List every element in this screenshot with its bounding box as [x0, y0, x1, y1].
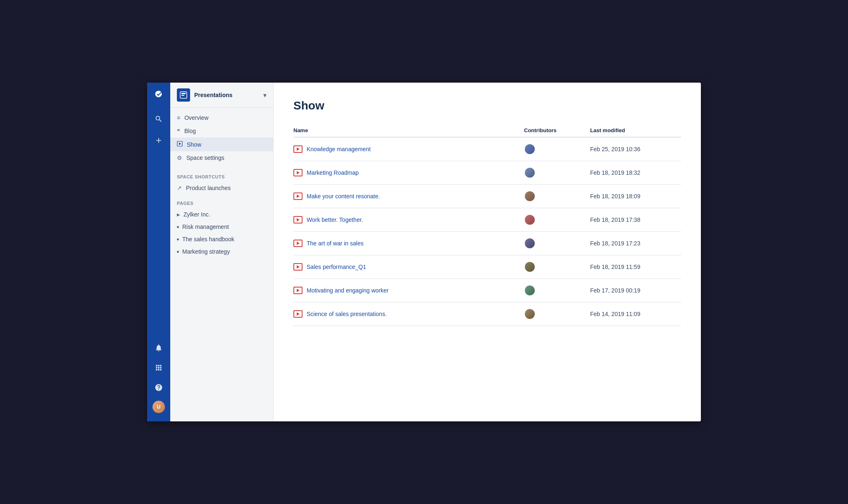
table-row[interactable]: Motivating and engaging worker Feb 17, 2… — [293, 279, 681, 302]
shortcuts-label: SPACE SHORTCUTS — [170, 168, 273, 182]
contributor-avatar — [524, 143, 536, 155]
cell-date: Feb 18, 2019 11:59 — [590, 264, 681, 270]
cell-name: Marketing Roadmap — [293, 169, 524, 176]
table-body: Knowledge management Feb 25, 2019 10:36 … — [293, 138, 681, 326]
presentation-icon — [293, 287, 303, 294]
item-name-link[interactable]: Motivating and engaging worker — [307, 287, 388, 294]
cell-name: Make your content resonate. — [293, 193, 524, 200]
sidebar-item-blog[interactable]: ❝ Blog — [170, 124, 273, 138]
cell-date: Feb 18, 2019 17:23 — [590, 240, 681, 247]
cell-contributors — [524, 214, 590, 226]
item-name-link[interactable]: Work better. Together. — [307, 216, 363, 223]
apps-icon[interactable] — [152, 361, 165, 374]
shortcut-label: Product launches — [186, 185, 231, 191]
page-label: Risk management — [182, 223, 229, 230]
cell-date: Feb 18, 2019 18:09 — [590, 193, 681, 200]
sidebar-item-label: Overview — [184, 114, 208, 121]
pages-item-sales-handbook[interactable]: The sales handbook — [170, 233, 273, 245]
cell-date: Feb 14, 2019 11:09 — [590, 311, 681, 317]
item-name-link[interactable]: Make your content resonate. — [307, 193, 380, 200]
space-icon — [177, 88, 190, 102]
global-nav-top — [152, 88, 165, 341]
contributor-avatar — [524, 238, 536, 249]
item-name-link[interactable]: Knowledge management — [307, 146, 371, 152]
dot-icon — [177, 251, 179, 253]
table-row[interactable]: Knowledge management Feb 25, 2019 10:36 — [293, 138, 681, 161]
settings-icon: ⚙ — [177, 155, 182, 161]
avatar[interactable]: U — [152, 401, 165, 413]
chevron-down-icon[interactable]: ▾ — [263, 91, 267, 99]
cell-contributors — [524, 238, 590, 249]
play-icon — [297, 195, 300, 198]
sidebar-item-label: Show — [187, 141, 201, 148]
create-icon[interactable] — [152, 134, 165, 147]
page-title: Show — [293, 99, 681, 112]
contributor-avatar — [524, 285, 536, 296]
sidebar-nav: ≡ Overview ❝ Blog Show ⚙ — [170, 108, 273, 168]
search-icon[interactable] — [152, 112, 165, 126]
table-header: Name Contributors Last modified — [293, 124, 681, 138]
cell-contributors — [524, 308, 590, 320]
pages-item-risk[interactable]: Risk management — [170, 221, 273, 233]
cell-name: Science of sales presentations. — [293, 310, 524, 318]
cell-name: The art of war in sales — [293, 240, 524, 247]
table-row[interactable]: Work better. Together. Feb 18, 2019 17:3… — [293, 208, 681, 232]
sidebar: Presentations ▾ ≡ Overview ❝ Blog — [170, 83, 274, 421]
global-nav-bottom: U — [152, 341, 165, 416]
table-row[interactable]: The art of war in sales Feb 18, 2019 17:… — [293, 232, 681, 255]
play-icon — [297, 242, 300, 245]
col-date-header: Last modified — [590, 127, 681, 133]
item-name-link[interactable]: Science of sales presentations. — [307, 311, 387, 317]
dot-icon — [177, 226, 179, 228]
contributor-avatar — [524, 261, 536, 273]
cell-name: Knowledge management — [293, 145, 524, 153]
sidebar-item-show[interactable]: Show — [170, 138, 273, 151]
sidebar-header: Presentations ▾ — [170, 83, 273, 108]
item-name-link[interactable]: Marketing Roadmap — [307, 169, 359, 176]
sidebar-item-settings[interactable]: ⚙ Space settings — [170, 151, 273, 164]
cell-name: Sales performance_Q1 — [293, 263, 524, 271]
help-icon[interactable] — [152, 381, 165, 394]
contributor-avatar — [524, 190, 536, 202]
space-name: Presentations — [194, 92, 259, 98]
pages-item-zylker[interactable]: ▶ Zylker Inc. — [170, 208, 273, 221]
pages-label: PAGES — [170, 194, 273, 208]
item-name-link[interactable]: Sales performance_Q1 — [307, 264, 366, 270]
cell-contributors — [524, 167, 590, 178]
table-row[interactable]: Science of sales presentations. Feb 14, … — [293, 302, 681, 326]
sidebar-item-label: Space settings — [186, 155, 224, 161]
presentation-icon — [293, 310, 303, 318]
presentation-icon — [293, 263, 303, 271]
col-name-header: Name — [293, 127, 524, 133]
svg-marker-4 — [179, 143, 181, 145]
logo-icon[interactable] — [152, 88, 165, 101]
svg-rect-1 — [181, 93, 186, 94]
notifications-icon[interactable] — [152, 341, 165, 354]
show-icon — [177, 141, 183, 148]
sidebar-shortcut-product-launches[interactable]: ↗ Product launches — [170, 182, 273, 194]
presentation-icon — [293, 145, 303, 153]
app-window: U Presentations ▾ ≡ Overview — [147, 83, 701, 421]
play-icon — [297, 312, 300, 316]
cell-contributors — [524, 285, 590, 296]
table-row[interactable]: Sales performance_Q1 Feb 18, 2019 11:59 — [293, 255, 681, 279]
global-nav: U — [147, 83, 170, 421]
page-label: Zylker Inc. — [183, 211, 210, 218]
play-icon — [297, 289, 300, 292]
cell-date: Feb 18, 2019 18:32 — [590, 169, 681, 176]
table-row[interactable]: Make your content resonate. Feb 18, 2019… — [293, 185, 681, 208]
table-row[interactable]: Marketing Roadmap Feb 18, 2019 18:32 — [293, 161, 681, 185]
sidebar-item-label: Blog — [184, 128, 196, 134]
presentation-icon — [293, 169, 303, 176]
main-content: Show Name Contributors Last modified Kno… — [274, 83, 701, 421]
contributor-avatar — [524, 308, 536, 320]
external-link-icon: ↗ — [177, 185, 182, 191]
sidebar-item-overview[interactable]: ≡ Overview — [170, 111, 273, 124]
item-name-link[interactable]: The art of war in sales — [307, 240, 364, 247]
pages-item-marketing[interactable]: Marketing strategy — [170, 245, 273, 258]
cell-name: Motivating and engaging worker — [293, 287, 524, 294]
cell-contributors — [524, 261, 590, 273]
contributor-avatar — [524, 214, 536, 226]
presentation-icon — [293, 240, 303, 247]
cell-contributors — [524, 190, 590, 202]
